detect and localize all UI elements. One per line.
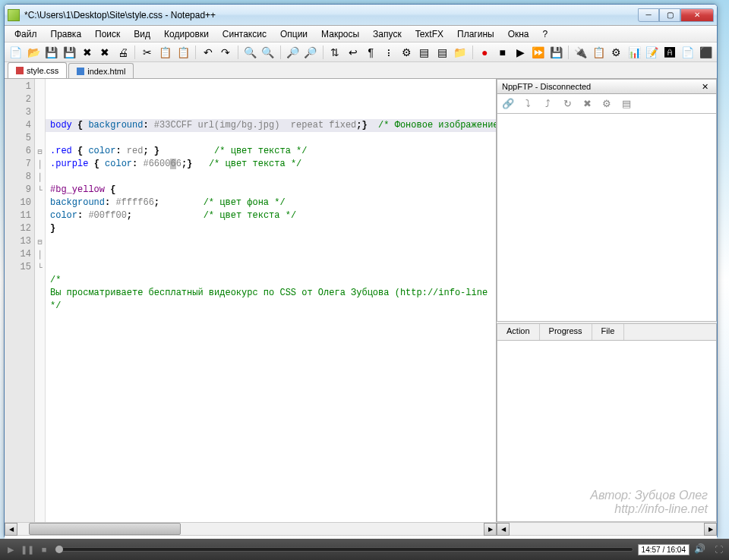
log-tab-progress[interactable]: Progress bbox=[540, 324, 592, 340]
settings-icon[interactable]: ⚙ bbox=[599, 96, 614, 112]
menu-windows[interactable]: Окна bbox=[503, 27, 535, 42]
plugin-icon[interactable]: 📄 bbox=[680, 44, 696, 61]
log-tab-file[interactable]: File bbox=[592, 324, 625, 340]
indent-guide-icon[interactable]: ⫶ bbox=[380, 44, 396, 61]
toolbar-separator bbox=[280, 46, 281, 59]
save-macro-icon[interactable]: 💾 bbox=[548, 44, 563, 61]
player-time: 14:57 / 16:04 bbox=[638, 544, 690, 555]
toolbar-separator bbox=[472, 46, 473, 59]
menu-options[interactable]: Опции bbox=[275, 27, 313, 42]
scroll-track[interactable] bbox=[510, 523, 704, 535]
menu-macros[interactable]: Макросы bbox=[316, 27, 364, 42]
stop-button[interactable]: ■ bbox=[38, 543, 50, 555]
open-file-icon[interactable]: 📂 bbox=[25, 44, 41, 61]
menu-encoding[interactable]: Кодировки bbox=[159, 27, 214, 42]
show-all-icon[interactable]: ¶ bbox=[363, 44, 379, 61]
upload-icon[interactable]: ⤴ bbox=[540, 96, 555, 112]
close-file-icon[interactable]: ✖ bbox=[79, 44, 95, 61]
line-numbers: 123456789101112131415 bbox=[5, 79, 35, 522]
plugin-icon[interactable]: 🔌 bbox=[573, 44, 589, 61]
wrap-icon[interactable]: ↩ bbox=[345, 44, 361, 61]
cut-icon[interactable]: ✂ bbox=[139, 44, 155, 61]
log-area[interactable] bbox=[497, 340, 717, 522]
undo-icon[interactable]: ↶ bbox=[200, 44, 216, 61]
side-panel: NppFTP - Disconnected ✕ 🔗 ⤵ ⤴ ↻ ✖ ⚙ ▤ Ac… bbox=[497, 79, 717, 522]
menu-textfx[interactable]: TextFX bbox=[410, 27, 449, 42]
folder-icon[interactable]: 📁 bbox=[452, 44, 468, 61]
titlebar-text: *C:\Users\1\Desktop\Site\style.css - Not… bbox=[24, 10, 638, 20]
new-file-icon[interactable]: 📄 bbox=[8, 44, 24, 61]
pause-button[interactable]: ❚❚ bbox=[21, 543, 33, 555]
horizontal-scrollbar[interactable]: ◀ ▶ ◀ ▶ bbox=[5, 522, 717, 535]
play-button[interactable]: ▶ bbox=[5, 543, 17, 555]
tab-index-html[interactable]: index.html bbox=[68, 63, 134, 78]
menu-edit[interactable]: Правка bbox=[46, 27, 87, 42]
scroll-right-button[interactable]: ▶ bbox=[704, 523, 717, 536]
plugin-icon[interactable]: 📊 bbox=[626, 44, 642, 61]
panel-close-icon[interactable]: ✕ bbox=[699, 82, 712, 92]
scroll-right-button[interactable]: ▶ bbox=[484, 523, 497, 536]
menu-syntax[interactable]: Синтаксис bbox=[217, 27, 272, 42]
play-icon[interactable]: ▶ bbox=[513, 44, 529, 61]
tab-style-css[interactable]: style.css bbox=[8, 62, 67, 78]
ftp-tree[interactable] bbox=[497, 114, 717, 322]
close-button[interactable]: ✕ bbox=[680, 8, 714, 22]
window-controls: ─ ▢ ✕ bbox=[638, 8, 714, 22]
paste-icon[interactable]: 📋 bbox=[175, 44, 191, 61]
nppftp-titlebar[interactable]: NppFTP - Disconnected ✕ bbox=[497, 79, 717, 94]
zoom-in-icon[interactable]: 🔎 bbox=[285, 44, 301, 61]
main-area: 123456789101112131415 ⊟││└⊟│└ body { bac… bbox=[5, 79, 717, 522]
log-tab-action[interactable]: Action bbox=[497, 324, 540, 340]
seek-thumb[interactable] bbox=[55, 546, 63, 553]
connect-icon[interactable]: 🔗 bbox=[500, 96, 516, 112]
record-icon[interactable]: ● bbox=[477, 44, 493, 61]
toolbar-separator bbox=[568, 46, 569, 59]
menu-view[interactable]: Вид bbox=[128, 27, 156, 42]
close-all-icon[interactable]: ✖ bbox=[96, 44, 112, 61]
fold-column[interactable]: ⊟││└⊟│└ bbox=[35, 79, 46, 522]
doc-map-icon[interactable]: ▤ bbox=[416, 44, 432, 61]
maximize-button[interactable]: ▢ bbox=[659, 8, 680, 22]
save-all-icon[interactable]: 💾 bbox=[61, 44, 77, 61]
redo-icon[interactable]: ↷ bbox=[217, 44, 233, 61]
abort-icon[interactable]: ✖ bbox=[579, 96, 595, 112]
plugin-icon[interactable]: ⚙ bbox=[608, 44, 624, 61]
scroll-left-button[interactable]: ◀ bbox=[497, 523, 510, 536]
plugin-icon[interactable]: 🅰 bbox=[661, 44, 677, 61]
plugin-icon[interactable]: 📋 bbox=[590, 44, 606, 61]
seek-bar[interactable] bbox=[55, 547, 633, 552]
menu-plugins[interactable]: Плагины bbox=[452, 27, 500, 42]
replace-icon[interactable]: 🔍 bbox=[260, 44, 276, 61]
refresh-icon[interactable]: ↻ bbox=[560, 96, 575, 112]
menu-help[interactable]: ? bbox=[538, 27, 554, 42]
plugin-icon[interactable]: 📝 bbox=[644, 44, 660, 61]
scroll-thumb[interactable] bbox=[29, 523, 181, 535]
save-icon[interactable]: 💾 bbox=[43, 44, 59, 61]
messages-icon[interactable]: ▤ bbox=[619, 96, 634, 112]
minimize-button[interactable]: ─ bbox=[638, 8, 659, 22]
stop-icon[interactable]: ■ bbox=[494, 44, 510, 61]
disconnect-icon[interactable]: ⤵ bbox=[520, 96, 535, 112]
nppftp-title: NppFTP - Disconnected bbox=[502, 82, 591, 91]
play-multi-icon[interactable]: ⏩ bbox=[530, 44, 546, 61]
find-icon[interactable]: 🔍 bbox=[242, 44, 258, 61]
plugin-icon[interactable]: ⬛ bbox=[697, 44, 713, 61]
titlebar[interactable]: *C:\Users\1\Desktop\Site\style.css - Not… bbox=[5, 5, 717, 26]
menu-search[interactable]: Поиск bbox=[90, 27, 125, 42]
zoom-out-icon[interactable]: 🔎 bbox=[302, 44, 318, 61]
print-icon[interactable]: 🖨 bbox=[115, 44, 131, 61]
scroll-track[interactable] bbox=[17, 523, 484, 535]
user-lang-icon[interactable]: ⚙ bbox=[399, 44, 415, 61]
sync-scroll-icon[interactable]: ⇅ bbox=[327, 44, 343, 61]
func-list-icon[interactable]: ▤ bbox=[434, 44, 450, 61]
code-area[interactable]: body { background: #33CCFF url(img/bg.jp… bbox=[46, 79, 496, 522]
toolbar-separator bbox=[323, 46, 323, 59]
menu-run[interactable]: Запуск bbox=[368, 27, 407, 42]
fullscreen-button[interactable]: ⛶ bbox=[712, 543, 724, 555]
menu-file[interactable]: Файл bbox=[9, 27, 43, 42]
app-window: *C:\Users\1\Desktop\Site\style.css - Not… bbox=[4, 4, 718, 537]
editor-pane: 123456789101112131415 ⊟││└⊟│└ body { bac… bbox=[5, 79, 497, 522]
copy-icon[interactable]: 📋 bbox=[157, 44, 173, 61]
volume-icon[interactable]: 🔊 bbox=[694, 543, 708, 555]
scroll-left-button[interactable]: ◀ bbox=[5, 523, 17, 536]
